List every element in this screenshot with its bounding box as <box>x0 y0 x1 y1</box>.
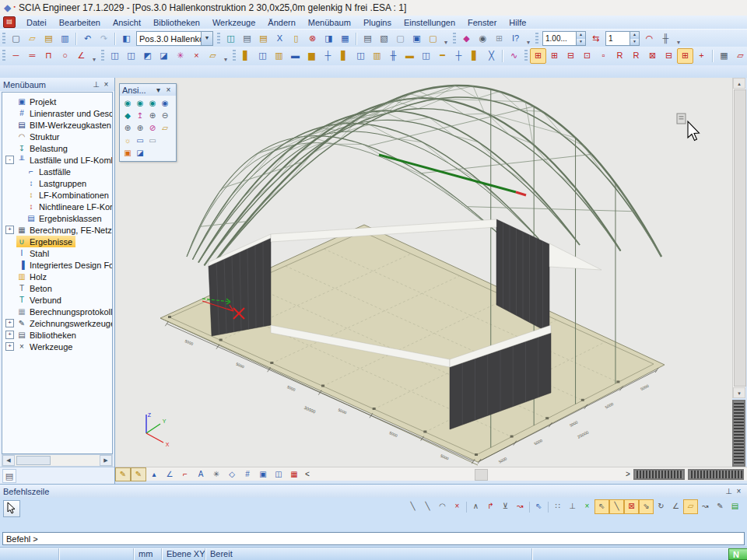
menu-hilfe[interactable]: Hilfe <box>503 17 532 28</box>
active-activity-combobox[interactable]: Pos.3.0 Hallenkons▼ <box>136 31 213 46</box>
named-view-icon[interactable]: ◪ <box>134 147 146 159</box>
tree-item-berechnung-fe-netz[interactable]: +▦Berechnung, FE-Netz <box>2 224 112 236</box>
save-icon[interactable]: ▥ <box>57 31 73 47</box>
chevron-down-icon[interactable]: ▾ <box>153 85 163 95</box>
snap-midpoint-icon[interactable]: ╲ <box>420 499 435 514</box>
snap-intersection-icon[interactable]: × <box>450 499 465 514</box>
result-display-icon[interactable]: ⊡ <box>579 48 595 64</box>
toolbar-overflow-button[interactable]: ▾ <box>221 49 230 63</box>
database-icon[interactable]: ▤ <box>255 31 272 47</box>
erase-icon[interactable]: × <box>188 48 205 64</box>
view-z-icon[interactable]: ◉ <box>146 97 159 110</box>
view-dialog-icon[interactable]: ◫ <box>271 467 286 481</box>
load-view-icon[interactable]: ▱ <box>732 48 747 64</box>
tree-item-lf-kombinationen[interactable]: ↕LF-Kombinationen <box>2 189 112 201</box>
scroll-right-icon[interactable]: ▶ <box>100 455 112 466</box>
view-x-icon[interactable]: ◉ <box>121 97 134 110</box>
snap-tangent-icon[interactable]: ↱ <box>483 499 498 514</box>
snap-endpoint-icon[interactable]: ╲ <box>405 499 420 514</box>
table-window-icon[interactable]: ◨ <box>321 31 337 47</box>
member-tool-icon[interactable]: ▬ <box>402 48 418 64</box>
circle-icon[interactable]: ○ <box>57 48 73 64</box>
expand-right-icon[interactable]: > <box>622 470 633 478</box>
expand-icon[interactable]: + <box>5 226 14 234</box>
result-display-icon[interactable]: ▫ <box>595 48 612 64</box>
member-tool-icon[interactable]: ▥ <box>271 48 287 64</box>
scale-spinner[interactable]: 1.00...▲▼ <box>542 31 586 46</box>
layers-icon[interactable]: ▤ <box>239 31 255 47</box>
tree-item-ergebnisklassen[interactable]: ▤Ergebnisklassen <box>2 212 112 224</box>
member-tool-icon[interactable]: ▋ <box>336 48 352 64</box>
tree-item-holz[interactable]: ▥Holz <box>2 271 112 282</box>
tree-item-zeichnungswerkzeuge[interactable]: +✎Zeichnungswerkzeuge <box>2 317 112 329</box>
docked-toolbar-collapsed-vertical[interactable] <box>732 400 745 467</box>
result-display-icon[interactable]: ⊞ <box>530 48 546 64</box>
scroll-up-icon[interactable]: ▴ <box>733 78 745 89</box>
snap-plane-icon[interactable]: ▱ <box>683 499 698 514</box>
mesh-icon[interactable]: ⊞ <box>491 31 507 47</box>
member-tool-icon[interactable]: ▋ <box>467 48 483 64</box>
tree-item-belastung[interactable]: ↧Belastung <box>2 142 112 154</box>
delete-icon[interactable]: ⊗ <box>304 31 321 47</box>
xml-io-icon[interactable]: X <box>272 31 288 47</box>
toolbar-overflow-button[interactable]: ▾ <box>89 49 99 63</box>
snap-cross-icon[interactable]: ⊠ <box>624 499 639 514</box>
import-folder-icon[interactable]: ▱ <box>205 48 221 64</box>
tree-item-lastgruppen[interactable]: ↕Lastgruppen <box>2 177 112 189</box>
toolbar-overflow-button[interactable]: ▾ <box>674 32 683 46</box>
light-icon[interactable]: ☼ <box>121 135 134 147</box>
toolbar-grip[interactable] <box>453 33 456 45</box>
close-icon[interactable]: × <box>163 85 174 95</box>
toolbar-grip[interactable] <box>233 50 236 62</box>
collapse-icon[interactable]: - <box>5 156 14 164</box>
menu-einstellungen[interactable]: Einstellungen <box>398 17 461 28</box>
calculation-icon[interactable]: ◆ <box>458 31 475 47</box>
new-icon[interactable]: ▢ <box>8 31 24 47</box>
member-tool-icon[interactable]: ◫ <box>352 48 369 64</box>
menu-ansicht[interactable]: Ansicht <box>107 17 147 28</box>
member-tool-icon[interactable]: ▋ <box>238 48 254 64</box>
zoom-all-icon[interactable]: ⊕ <box>134 122 146 135</box>
toolbar-overflow-button[interactable]: ▾ <box>524 32 533 46</box>
member-tool-icon[interactable]: ◫ <box>254 48 271 64</box>
collapse-left-icon[interactable]: < <box>302 470 313 478</box>
check-structure-icon[interactable]: ◉ <box>475 31 491 47</box>
result-display-icon[interactable]: ⊠ <box>644 48 661 64</box>
tree-horizontal-scrollbar[interactable]: ◀ ▶ <box>2 454 113 467</box>
tree-item-lastf-lle-und-lf-kombin[interactable]: -╨Lastfälle und LF-Kombin <box>2 154 112 166</box>
close-icon[interactable]: × <box>101 79 111 89</box>
line-icon[interactable]: ─ <box>8 48 24 64</box>
double-line-icon[interactable]: ═ <box>24 48 40 64</box>
active-document-icon[interactable]: ▤ <box>3 16 16 28</box>
member-tool-icon[interactable]: ▬ <box>287 48 303 64</box>
multicopy-icon[interactable]: ◫ <box>123 48 139 64</box>
open-icon[interactable]: ▱ <box>24 31 40 47</box>
toolbar-grip[interactable] <box>535 33 538 45</box>
scroll-down-icon[interactable]: ▾ <box>733 387 745 398</box>
show-labels-icon[interactable]: ⌐ <box>177 467 193 481</box>
result-refresh-icon[interactable]: + <box>693 48 710 64</box>
menu-bearbeiten[interactable]: Bearbeiten <box>53 17 107 28</box>
tree-item-projekt[interactable]: ▣Projekt <box>2 96 112 107</box>
result-display-icon[interactable]: ⊞ <box>546 48 563 64</box>
member-tool-icon[interactable]: ▥ <box>369 48 385 64</box>
result-display-icon[interactable]: R <box>612 48 628 64</box>
horizontal-scrollbar[interactable] <box>314 469 621 480</box>
result-display-icon[interactable]: ⊟ <box>563 48 579 64</box>
scroll-track[interactable] <box>15 455 100 466</box>
view-axo-icon[interactable]: ◉ <box>159 97 171 110</box>
result-diagram-icon[interactable]: ◠ <box>641 31 658 47</box>
polyline-icon[interactable]: ⊓ <box>40 48 57 64</box>
zoom-out-icon[interactable]: ⊖ <box>159 110 171 122</box>
show-supports-icon[interactable]: ▴ <box>146 467 162 481</box>
undo-icon[interactable]: ↶ <box>79 31 96 47</box>
docked-toolbar-collapsed-1[interactable] <box>633 469 685 480</box>
scroll-left-icon[interactable]: ◀ <box>2 455 15 466</box>
snap-ortho-icon[interactable]: ⊥ <box>565 499 580 514</box>
toolbar-grip[interactable] <box>2 33 5 45</box>
view-params-icon[interactable]: ▣ <box>255 467 271 481</box>
snap-angle-icon[interactable]: ∧ <box>468 499 483 514</box>
angle-icon[interactable]: ∠ <box>73 48 89 64</box>
member-tool-icon[interactable]: ━ <box>434 48 451 64</box>
save-all-icon[interactable]: ▤ <box>40 31 57 47</box>
